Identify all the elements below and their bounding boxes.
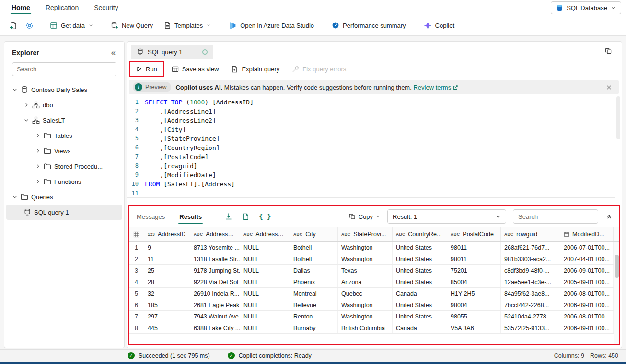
nav-tab-home[interactable]: Home (4, 0, 38, 15)
table-cell[interactable]: 2006-09-01T00... (560, 322, 614, 333)
templates-button[interactable]: Templates (158, 18, 216, 33)
table-cell[interactable]: 2005-09-01T00... (560, 276, 614, 287)
table-cell[interactable]: NULL (240, 265, 290, 276)
table-cell[interactable]: 12ae5ee1-fc3e-... (501, 276, 560, 287)
tab-messages[interactable]: Messages (135, 206, 167, 227)
table-cell[interactable]: 2006-07-01T00... (560, 242, 614, 253)
table-cell[interactable]: 2006-09-01T00... (560, 265, 614, 276)
table-cell[interactable]: NULL (240, 276, 290, 287)
table-row[interactable]: 2111318 Lasalle Str...NULLBothellWashing… (129, 253, 619, 265)
table-cell[interactable]: NULL (240, 299, 290, 310)
tree-item-queries[interactable]: Queries (6, 189, 122, 205)
table-cell[interactable]: 11 (144, 253, 190, 264)
row-number-cell[interactable]: 6 (129, 299, 144, 310)
new-item-button[interactable] (5, 18, 21, 33)
table-cell[interactable]: British Columbia (338, 322, 393, 333)
table-cell[interactable]: 98011 (447, 253, 501, 264)
get-data-button[interactable]: Get data (45, 18, 98, 33)
nav-tab-replication[interactable]: Replication (38, 0, 86, 15)
tree-item-saleslt[interactable]: SalesLT (6, 113, 122, 128)
run-button[interactable]: Run (131, 62, 162, 76)
table-cell[interactable]: NULL (240, 253, 290, 264)
more-options-icon[interactable]: ··· (106, 132, 119, 139)
copilot-button[interactable]: Copilot (418, 18, 460, 33)
table-row[interactable]: 3259178 Jumping St.NULLDallasTexasUnited… (129, 265, 619, 276)
column-header-rowguid[interactable]: ABCrowguid (501, 227, 560, 241)
copy-results-button[interactable]: Copy (349, 213, 381, 220)
table-cell[interactable]: United States (393, 276, 447, 287)
table-cell[interactable]: United States (393, 311, 447, 322)
column-header-addresslin[interactable]: ABCAddressLin... (240, 227, 290, 241)
table-cell[interactable]: Renton (290, 311, 338, 322)
table-cell[interactable]: United States (393, 253, 447, 264)
results-scrollbar[interactable] (614, 242, 619, 344)
table-cell[interactable]: Bothell (290, 253, 338, 264)
tree-item-functions[interactable]: Functions (6, 174, 122, 189)
select-all-cell[interactable] (129, 227, 144, 241)
result-selector[interactable]: Result: 1 (387, 209, 506, 224)
nav-tab-security[interactable]: Security (86, 0, 126, 15)
table-cell[interactable]: 9228 Via Del Sol (190, 276, 240, 287)
table-cell[interactable]: 52410da4-2778... (501, 311, 560, 322)
row-number-cell[interactable]: 1 (129, 242, 144, 253)
table-cell[interactable]: 84a95f62-3ae8... (501, 288, 560, 299)
table-cell[interactable]: Bothell (290, 242, 338, 253)
table-cell[interactable]: United States (393, 265, 447, 276)
code-line[interactable]: 7 ,[PostalCode] (127, 152, 615, 161)
tree-item-tables[interactable]: Tables··· (6, 128, 122, 143)
table-cell[interactable]: 85004 (447, 276, 501, 287)
table-cell[interactable]: Arizona (338, 276, 393, 287)
open-azure-data-studio-button[interactable]: Open in Azure Data Studio (223, 18, 319, 33)
database-selector[interactable]: SQL Database (551, 1, 621, 14)
table-cell[interactable]: V5A 3A6 (447, 322, 501, 333)
row-number-cell[interactable]: 4 (129, 276, 144, 287)
table-cell[interactable]: Quebec (338, 288, 393, 299)
code-line[interactable]: 6 ,[CountryRegion] (127, 143, 615, 152)
table-cell[interactable]: Washington (338, 242, 393, 253)
code-line[interactable]: 10FROM [SalesLT].[Address] (127, 180, 615, 189)
table-cell[interactable]: 2006-09-01T00... (560, 299, 614, 310)
settings-button[interactable] (21, 18, 37, 33)
column-header-addresslin[interactable]: ABCAddressLin... (190, 227, 240, 241)
code-line[interactable]: 3 ,[AddressLine2] (127, 116, 615, 125)
expand-results-icon[interactable] (605, 212, 614, 221)
table-cell[interactable]: Burnaby (290, 322, 338, 333)
table-cell[interactable]: 297 (144, 311, 190, 322)
explain-query-button[interactable]: Explain query (226, 62, 284, 76)
table-row[interactable]: 61852681 Eagle PeakNULLBellevueWashingto… (129, 299, 619, 311)
performance-summary-button[interactable]: Performance summary (326, 18, 411, 33)
query-tab[interactable]: SQL query 1 (131, 45, 213, 59)
table-cell[interactable]: Montreal (290, 288, 338, 299)
tree-item-stored-procedu[interactable]: Stored Procedu... (6, 159, 122, 174)
table-cell[interactable]: 26910 Indela R... (190, 288, 240, 299)
code-line[interactable]: 2 ,[AddressLine1] (127, 107, 615, 116)
row-number-cell[interactable]: 2 (129, 253, 144, 264)
copy-icon[interactable] (603, 46, 614, 57)
tree-item-dbo[interactable]: dbo (6, 97, 122, 113)
table-cell[interactable]: Dallas (290, 265, 338, 276)
table-cell[interactable]: NULL (240, 288, 290, 299)
column-header-modifiedd[interactable]: ModifiedD... (560, 227, 614, 241)
row-number-cell[interactable]: 3 (129, 265, 144, 276)
fix-query-errors-button[interactable]: Fix query errors (287, 62, 351, 76)
table-cell[interactable]: 7943 Walnut Ave (190, 311, 240, 322)
table-cell[interactable]: NULL (240, 242, 290, 253)
table-cell[interactable]: Washington (338, 299, 393, 310)
table-row[interactable]: 53226910 Indela R...NULLMontrealQuebecCa… (129, 288, 619, 299)
table-cell[interactable]: Washington (338, 311, 393, 322)
table-cell[interactable]: 98004 (447, 299, 501, 310)
table-cell[interactable]: 6388 Lake City ... (190, 322, 240, 333)
column-header-postalcode[interactable]: ABCPostalCode (447, 227, 501, 241)
close-icon[interactable] (603, 82, 615, 92)
table-cell[interactable]: 32 (144, 288, 190, 299)
column-header-addressid[interactable]: 123AddressID (144, 227, 190, 241)
editor-scrollbar[interactable] (616, 96, 620, 202)
table-cell[interactable]: 185 (144, 299, 190, 310)
table-cell[interactable]: Texas (338, 265, 393, 276)
table-cell[interactable]: 1318 Lasalle Str... (190, 253, 240, 264)
table-cell[interactable]: United States (393, 299, 447, 310)
table-cell[interactable]: 8713 Yosemite ... (190, 242, 240, 253)
table-row[interactable]: 198713 Yosemite ...NULLBothellWashington… (129, 242, 619, 253)
table-cell[interactable]: 75201 (447, 265, 501, 276)
collapse-explorer-button[interactable]: « (109, 47, 117, 57)
